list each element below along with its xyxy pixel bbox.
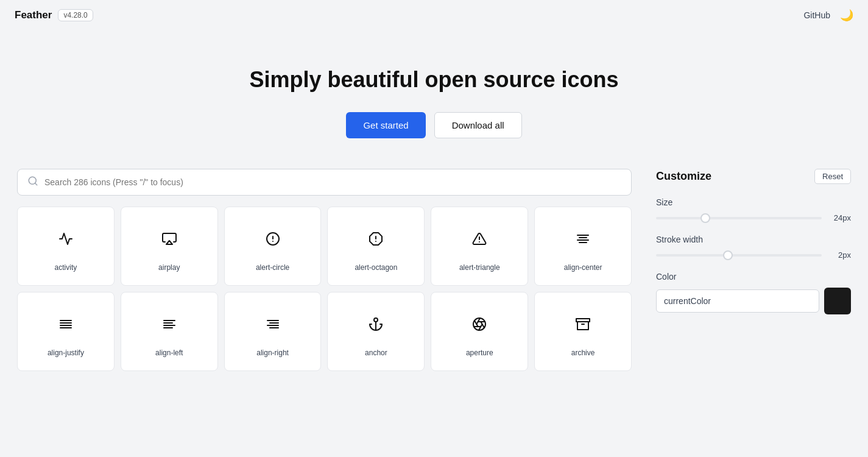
- color-row: [656, 288, 851, 314]
- header: Feather v4.28.0 GitHub 🌙: [0, 0, 868, 30]
- icon-card-airplay[interactable]: airplay: [121, 207, 218, 286]
- icon-label-archive: archive: [571, 349, 595, 357]
- stroke-control: Stroke width 2px: [656, 235, 851, 260]
- stroke-control-row: 2px: [656, 250, 851, 260]
- icon-label-align-justify: align-justify: [48, 349, 84, 357]
- aperture-icon: [465, 310, 494, 339]
- github-link[interactable]: GitHub: [803, 10, 830, 20]
- brand-name: Feather: [15, 9, 52, 21]
- hero-buttons: Get started Download all: [12, 112, 856, 138]
- icon-label-align-center: align-center: [564, 263, 602, 272]
- icon-card-anchor[interactable]: anchor: [327, 292, 425, 371]
- size-control: Size 24px: [656, 197, 851, 222]
- icon-card-align-right[interactable]: align-right: [224, 292, 322, 371]
- size-control-row: 24px: [656, 213, 851, 222]
- icon-label-align-right: align-right: [256, 349, 289, 357]
- header-left: Feather v4.28.0: [15, 9, 93, 21]
- icon-card-alert-circle[interactable]: alert-circle: [224, 207, 322, 286]
- icon-label-alert-triangle: alert-triangle: [459, 263, 500, 272]
- stroke-label: Stroke width: [656, 235, 851, 244]
- icons-section: activity airplay: [17, 169, 632, 371]
- align-right-icon: [258, 310, 288, 339]
- search-icon: [27, 175, 38, 189]
- hero-section: Simply beautiful open source icons Get s…: [0, 30, 868, 169]
- customize-title: Customize: [656, 170, 711, 183]
- icon-card-align-center[interactable]: align-center: [534, 207, 632, 286]
- icon-label-anchor: anchor: [365, 349, 387, 357]
- align-left-icon: [155, 310, 184, 339]
- color-control: Color: [656, 272, 851, 314]
- size-slider[interactable]: [656, 217, 822, 219]
- search-bar: [17, 169, 632, 196]
- version-badge: v4.28.0: [58, 9, 93, 21]
- airplay-icon: [155, 224, 184, 253]
- align-justify-icon: [51, 310, 80, 339]
- stroke-slider[interactable]: [656, 254, 822, 257]
- moon-icon[interactable]: 🌙: [840, 9, 853, 22]
- icon-card-aperture[interactable]: aperture: [431, 292, 528, 371]
- download-all-button[interactable]: Download all: [434, 112, 522, 138]
- icon-label-align-left: align-left: [155, 349, 183, 357]
- size-label: Size: [656, 197, 851, 207]
- stroke-value: 2px: [829, 250, 851, 260]
- anchor-icon: [361, 310, 390, 339]
- icon-label-airplay: airplay: [158, 263, 180, 272]
- icon-label-aperture: aperture: [466, 349, 493, 357]
- alert-triangle-icon: [465, 224, 494, 253]
- icon-card-align-left[interactable]: align-left: [121, 292, 218, 371]
- icon-card-alert-octagon[interactable]: alert-octagon: [327, 207, 425, 286]
- activity-icon: [51, 224, 80, 253]
- header-right: GitHub 🌙: [803, 9, 853, 22]
- svg-line-1: [35, 183, 37, 185]
- alert-octagon-icon: [361, 224, 390, 253]
- icon-grid: activity airplay: [17, 207, 632, 371]
- alert-circle-icon: [258, 224, 288, 253]
- customize-panel: Customize Reset Size 24px Stroke width 2…: [656, 169, 851, 371]
- icon-card-archive[interactable]: archive: [534, 292, 632, 371]
- archive-icon: [568, 310, 598, 339]
- icon-label-alert-circle: alert-circle: [256, 263, 289, 272]
- svg-marker-2: [166, 241, 172, 244]
- main-content: activity airplay: [0, 169, 868, 388]
- color-label: Color: [656, 272, 851, 282]
- icon-card-alert-triangle[interactable]: alert-triangle: [431, 207, 528, 286]
- icon-label-activity: activity: [55, 263, 77, 272]
- color-swatch-button[interactable]: [824, 288, 851, 314]
- icon-card-align-justify[interactable]: align-justify: [17, 292, 115, 371]
- size-value: 24px: [829, 213, 851, 222]
- align-center-icon: [568, 224, 598, 253]
- get-started-button[interactable]: Get started: [346, 112, 425, 138]
- icon-label-alert-octagon: alert-octagon: [355, 263, 397, 272]
- search-input[interactable]: [44, 177, 621, 187]
- icon-card-activity[interactable]: activity: [17, 207, 115, 286]
- svg-rect-36: [576, 319, 590, 322]
- color-text-input[interactable]: [656, 289, 819, 313]
- hero-title: Simply beautiful open source icons: [12, 67, 856, 93]
- reset-button[interactable]: Reset: [814, 169, 851, 184]
- customize-header: Customize Reset: [656, 169, 851, 184]
